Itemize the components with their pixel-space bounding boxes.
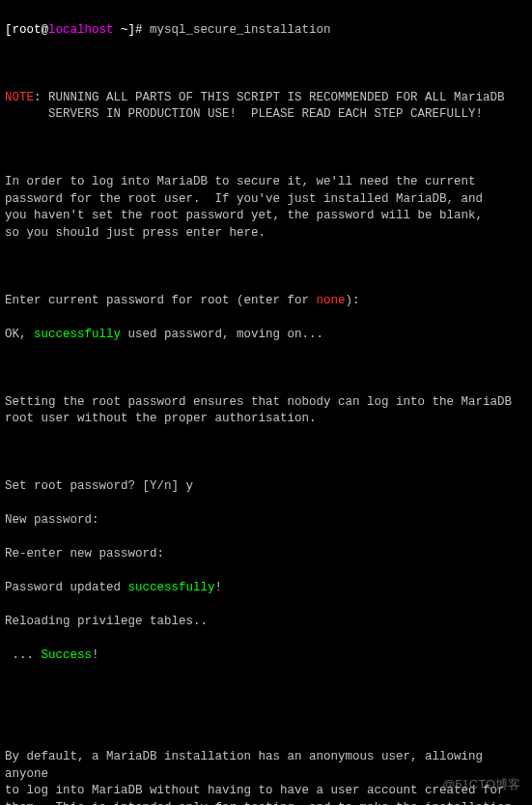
enter-password-line: Enter current password for root (enter f…: [5, 293, 527, 310]
password-updated-line: Password updated successfully!: [5, 580, 527, 597]
ok-line: OK, successfully used password, moving o…: [5, 327, 527, 344]
reenter-password-prompt: Re-enter new password:: [5, 546, 527, 563]
success-line: ... Success!: [5, 647, 527, 665]
intro-text: In order to log into MariaDB to secure i…: [5, 174, 527, 242]
reloading-text: Reloading privilege tables..: [5, 614, 527, 631]
watermark: @51CTO博客: [442, 776, 520, 793]
note-line: NOTE: RUNNING ALL PARTS OF THIS SCRIPT I…: [5, 90, 527, 124]
terminal-output: [root@localhost ~]# mysql_secure_install…: [5, 5, 527, 805]
setting-root-text: Setting the root password ensures that n…: [5, 394, 527, 428]
new-password-prompt: New password:: [5, 512, 527, 530]
set-root-prompt: Set root password? [Y/n] y: [5, 478, 527, 496]
prompt-line[interactable]: [root@localhost ~]# mysql_secure_install…: [5, 22, 527, 40]
